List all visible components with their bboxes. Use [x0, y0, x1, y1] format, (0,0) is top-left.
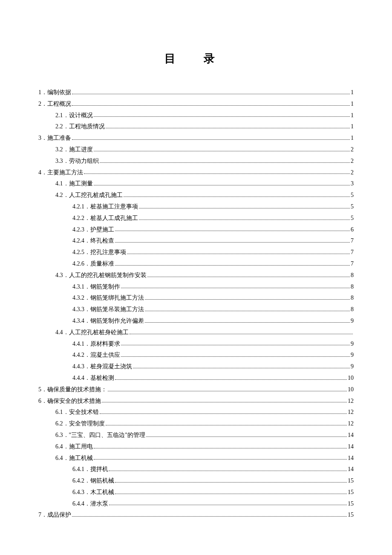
toc-entry[interactable]: 4.4.3．桩身混凝土浇筑9 [38, 361, 354, 372]
toc-entry[interactable]: 2.2．工程地质情况1 [38, 121, 354, 132]
toc-entry-page: 9 [351, 316, 354, 326]
toc-entry[interactable]: 7．成品保护15 [38, 510, 354, 520]
toc-entry[interactable]: 6.1．安全技术错12 [38, 407, 354, 417]
toc-entry[interactable]: 4.3.3．钢筋笼吊装施工方法8 [38, 304, 354, 315]
toc-entry-label: 7．成品保护 [38, 510, 71, 520]
toc-entry[interactable]: 4.3．人工的挖孔桩钢筋笼制作安装8 [38, 270, 354, 280]
toc-leader-dots [106, 425, 347, 425]
toc-entry-page: 3 [351, 179, 354, 189]
toc-entry-label: 6.1．安全技术错 [55, 407, 99, 417]
toc-leader-dots [139, 219, 350, 220]
toc-entry[interactable]: 4.2.3．护壁施工6 [38, 225, 354, 235]
toc-entry-label: 4.2.4．终孔检查 [72, 236, 114, 246]
toc-leader-dots [115, 379, 347, 380]
toc-entry[interactable]: 4.2.4．终孔检查7 [38, 236, 354, 246]
toc-entry-page: 15 [348, 510, 354, 520]
toc-leader-dots [106, 127, 350, 128]
toc-leader-dots [124, 196, 350, 197]
toc-leader-dots [145, 299, 350, 300]
toc-entry-page: 2 [351, 145, 354, 155]
toc-leader-dots [127, 253, 350, 254]
toc-entry[interactable]: 5．确保质量的技术措施：10 [38, 384, 354, 395]
toc-leader-dots [100, 413, 347, 414]
toc-entry[interactable]: 6．确保安全的技术措施12 [38, 396, 354, 406]
toc-leader-dots [115, 493, 347, 494]
toc-entry[interactable]: 4.2.6．质量标准7 [38, 259, 354, 269]
toc-entry[interactable]: 2.1．设计概况1 [38, 110, 354, 121]
toc-leader-dots [115, 242, 350, 243]
toc-leader-dots [121, 356, 350, 357]
toc-entry-page: 2 [351, 168, 354, 178]
toc-entry[interactable]: 3．施工准备1 [38, 133, 354, 143]
toc-entry-label: 6.4.1．搅拌机 [72, 464, 108, 474]
toc-entry-page: 9 [351, 350, 354, 360]
toc-entry[interactable]: 3.2．施工进度2 [38, 145, 354, 155]
toc-leader-dots [94, 459, 347, 460]
toc-entry[interactable]: 4.2．人工挖孔桩成孔施工5 [38, 190, 354, 200]
toc-leader-dots [139, 208, 350, 208]
toc-leader-dots [130, 333, 353, 334]
toc-entry[interactable]: 3.3．劳动力组织2 [38, 156, 354, 166]
toc-leader-dots [94, 448, 347, 448]
toc-entry[interactable]: 4．主要施工方法2 [38, 168, 354, 178]
toc-entry[interactable]: 6.4．施工用电14 [38, 442, 354, 452]
toc-entry[interactable]: 6.4．施工机械14 [38, 453, 354, 463]
toc-entry[interactable]: 6.3．"三宝、四口、五临边"的管理14 [38, 430, 354, 440]
toc-leader-dots [147, 276, 350, 277]
toc-leader-dots [121, 344, 350, 345]
toc-entry-page: 9 [351, 361, 354, 372]
toc-entry[interactable]: 4.4．人工挖孔桩桩身砼施工 [38, 327, 354, 338]
toc-entry-page: 15 [348, 499, 354, 509]
toc-entry[interactable]: 4.4.2．混凝土供应9 [38, 350, 354, 360]
toc-leader-dots [72, 93, 350, 94]
toc-entry-page: 14 [348, 430, 354, 440]
toc-entry-label: 6.4.3．木工机械 [72, 487, 114, 497]
table-of-contents: 1．编制依据12．工程概况12.1．设计概况12.2．工程地质情况13．施工准备… [38, 87, 354, 520]
toc-entry-page: 14 [348, 442, 354, 452]
toc-entry-label: 2.1．设计概况 [55, 110, 93, 121]
toc-entry[interactable]: 4.3.2．钢筋笼绑扎施工方法8 [38, 293, 354, 303]
toc-entry-page: 5 [351, 213, 354, 223]
toc-entry-label: 4.4．人工挖孔桩桩身砼施工 [55, 327, 129, 338]
toc-entry[interactable]: 4.4.1．原材料要求9 [38, 339, 354, 349]
toc-leader-dots [121, 287, 350, 288]
toc-entry-label: 3.2．施工进度 [55, 145, 93, 155]
toc-entry[interactable]: 6.2．安全管理制度12 [38, 419, 354, 429]
toc-entry-label: 4.3.4．钢筋笼制作允许偏差 [72, 316, 144, 326]
toc-entry-label: 4.3.2．钢筋笼绑扎施工方法 [72, 293, 144, 303]
toc-entry-page: 14 [348, 464, 354, 474]
toc-entry-page: 8 [351, 282, 354, 292]
toc-entry[interactable]: 4.1．施工测量3 [38, 179, 354, 189]
toc-entry-page: 12 [348, 396, 354, 406]
toc-entry-label: 4.2.2．桩基人工成孔施工 [72, 213, 138, 223]
toc-entry-page: 8 [351, 293, 354, 303]
toc-entry-label: 4.3.1．钢筋笼制作 [72, 282, 120, 292]
toc-entry-page: 6 [351, 225, 354, 235]
toc-entry[interactable]: 4.2.2．桩基人工成孔施工5 [38, 213, 354, 223]
toc-entry-label: 4.4.2．混凝土供应 [72, 350, 120, 360]
toc-entry[interactable]: 6.4.2．钢筋机械15 [38, 476, 354, 486]
toc-entry-label: 6.3．"三宝、四口、五临边"的管理 [55, 430, 145, 440]
toc-entry[interactable]: 1．编制依据1 [38, 87, 354, 98]
toc-entry[interactable]: 4.3.4．钢筋笼制作允许偏差9 [38, 316, 354, 326]
toc-entry-label: 4．主要施工方法 [38, 168, 83, 178]
toc-entry-page: 7 [351, 247, 354, 257]
toc-entry-label: 6.4．施工机械 [55, 453, 93, 463]
toc-entry-label: 3．施工准备 [38, 133, 71, 143]
toc-entry[interactable]: 6.4.1．搅拌机14 [38, 464, 354, 474]
toc-entry[interactable]: 4.2.5．挖孔注意事项7 [38, 247, 354, 257]
toc-entry-page: 1 [351, 121, 354, 132]
toc-entry[interactable]: 6.4.4．潜水泵15 [38, 499, 354, 509]
toc-entry-label: 2．工程概况 [38, 99, 71, 109]
toc-leader-dots [84, 173, 350, 174]
toc-entry-label: 4.4.4．基桩检测 [72, 373, 114, 383]
toc-entry[interactable]: 4.2.1．桩基施工注意事项5 [38, 202, 354, 212]
toc-entry-page: 10 [348, 373, 354, 383]
toc-entry[interactable]: 2．工程概况1 [38, 99, 354, 109]
document-page: 目 录 1．编制依据12．工程概况12.1．设计概况12.2．工程地质情况13．… [0, 0, 392, 555]
toc-entry[interactable]: 4.4.4．基桩检测10 [38, 373, 354, 383]
toc-entry-label: 1．编制依据 [38, 87, 71, 98]
toc-entry[interactable]: 4.3.1．钢筋笼制作8 [38, 282, 354, 292]
toc-entry[interactable]: 6.4.3．木工机械15 [38, 487, 354, 497]
toc-leader-dots [72, 516, 347, 517]
